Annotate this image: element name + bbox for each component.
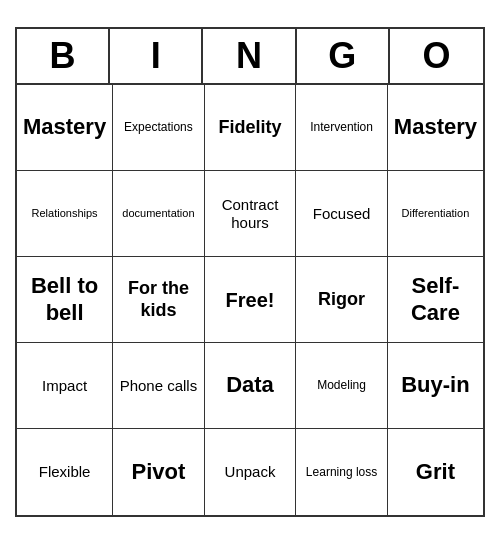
bingo-card: BINGO MasteryExpectationsFidelityInterve… xyxy=(15,27,485,517)
cell-text-16: Phone calls xyxy=(120,377,198,395)
bingo-cell-24: Grit xyxy=(388,429,483,515)
bingo-cell-17: Data xyxy=(205,343,297,429)
header-letter-O: O xyxy=(390,29,483,83)
bingo-cell-14: Self-Care xyxy=(388,257,483,343)
cell-text-7: Contract hours xyxy=(211,196,290,232)
bingo-cell-12: Free! xyxy=(205,257,297,343)
bingo-cell-5: Relationships xyxy=(17,171,113,257)
cell-text-2: Fidelity xyxy=(218,117,281,139)
bingo-cell-7: Contract hours xyxy=(205,171,297,257)
cell-text-11: For the kids xyxy=(119,278,198,321)
bingo-cell-9: Differentiation xyxy=(388,171,483,257)
cell-text-3: Intervention xyxy=(310,120,373,134)
bingo-cell-6: documentation xyxy=(113,171,205,257)
header-letter-N: N xyxy=(203,29,296,83)
cell-text-14: Self-Care xyxy=(394,273,477,326)
bingo-header: BINGO xyxy=(17,29,483,85)
cell-text-12: Free! xyxy=(226,288,275,312)
cell-text-0: Mastery xyxy=(23,114,106,140)
bingo-cell-11: For the kids xyxy=(113,257,205,343)
bingo-cell-13: Rigor xyxy=(296,257,388,343)
cell-text-5: Relationships xyxy=(32,207,98,220)
cell-text-6: documentation xyxy=(122,207,194,220)
bingo-cell-3: Intervention xyxy=(296,85,388,171)
header-letter-I: I xyxy=(110,29,203,83)
cell-text-21: Pivot xyxy=(132,459,186,485)
bingo-cell-4: Mastery xyxy=(388,85,483,171)
bingo-cell-8: Focused xyxy=(296,171,388,257)
cell-text-20: Flexible xyxy=(39,463,91,481)
bingo-cell-0: Mastery xyxy=(17,85,113,171)
cell-text-13: Rigor xyxy=(318,289,365,311)
bingo-grid: MasteryExpectationsFidelityInterventionM… xyxy=(17,85,483,515)
cell-text-22: Unpack xyxy=(225,463,276,481)
cell-text-8: Focused xyxy=(313,205,371,223)
cell-text-24: Grit xyxy=(416,459,455,485)
bingo-cell-20: Flexible xyxy=(17,429,113,515)
cell-text-23: Learning loss xyxy=(306,465,377,479)
cell-text-1: Expectations xyxy=(124,120,193,134)
cell-text-4: Mastery xyxy=(394,114,477,140)
bingo-cell-23: Learning loss xyxy=(296,429,388,515)
bingo-cell-1: Expectations xyxy=(113,85,205,171)
cell-text-10: Bell to bell xyxy=(23,273,106,326)
header-letter-B: B xyxy=(17,29,110,83)
bingo-cell-2: Fidelity xyxy=(205,85,297,171)
cell-text-19: Buy-in xyxy=(401,372,469,398)
cell-text-15: Impact xyxy=(42,377,87,395)
bingo-cell-19: Buy-in xyxy=(388,343,483,429)
cell-text-17: Data xyxy=(226,372,274,398)
cell-text-18: Modeling xyxy=(317,378,366,392)
bingo-cell-15: Impact xyxy=(17,343,113,429)
bingo-cell-16: Phone calls xyxy=(113,343,205,429)
bingo-cell-22: Unpack xyxy=(205,429,297,515)
cell-text-9: Differentiation xyxy=(402,207,470,220)
bingo-cell-21: Pivot xyxy=(113,429,205,515)
bingo-cell-10: Bell to bell xyxy=(17,257,113,343)
bingo-cell-18: Modeling xyxy=(296,343,388,429)
header-letter-G: G xyxy=(297,29,390,83)
